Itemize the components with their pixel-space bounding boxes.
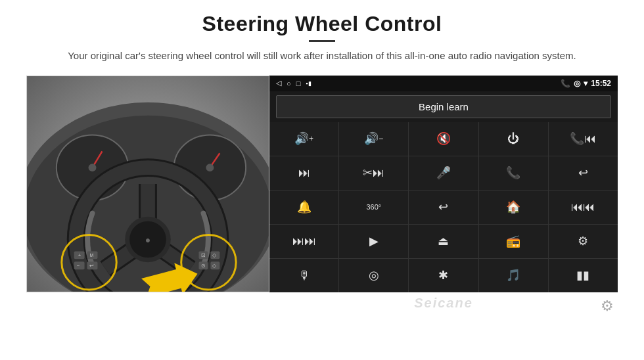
begin-learn-row: Begin learn	[269, 91, 618, 122]
svg-text:−: −	[77, 263, 80, 269]
svg-text:◇: ◇	[212, 252, 217, 258]
content-area: ● + M − ↩ ⊡ ◇	[26, 76, 618, 292]
svg-point-9	[206, 164, 214, 171]
phone-status-icon: 📞	[561, 79, 570, 88]
ctrl-prev-call[interactable]: 📞⏮	[549, 122, 618, 156]
svg-text:↩: ↩	[89, 263, 94, 269]
settings-gear-icon[interactable]: ⚙	[601, 298, 614, 315]
ctrl-mic[interactable]: 🎤	[409, 156, 478, 190]
ctrl-voice[interactable]: 🎙	[269, 259, 338, 292]
ctrl-back[interactable]: ↩	[409, 191, 478, 224]
ctrl-equalizer[interactable]: ▮▮	[549, 259, 618, 292]
svg-text:◇: ◇	[212, 263, 217, 269]
ctrl-vol-down[interactable]: 🔊−	[339, 122, 408, 156]
ctrl-bluetooth[interactable]: ✱	[409, 259, 478, 292]
svg-text:⊡: ⊡	[202, 252, 206, 258]
ctrl-call[interactable]: 📞	[479, 156, 548, 190]
back-nav-icon[interactable]: ◁	[276, 79, 281, 87]
title-divider	[309, 40, 335, 42]
seicane-watermark: Seicane	[414, 296, 473, 311]
ctrl-360cam[interactable]: 360°	[339, 191, 408, 224]
ctrl-ffwd[interactable]: ✂⏭	[339, 156, 408, 190]
ctrl-next-track[interactable]: ⏭	[269, 156, 338, 190]
ctrl-nav[interactable]: ▶	[339, 225, 408, 258]
sd-icon: ▪▮	[306, 80, 311, 87]
page-container: Steering Wheel Control Your original car…	[0, 0, 644, 360]
location-status-icon: ◎	[574, 79, 580, 88]
svg-text:M: M	[90, 253, 94, 258]
ctrl-horn[interactable]: 🔔	[269, 191, 338, 224]
svg-point-7	[89, 164, 97, 171]
ctrl-music[interactable]: 🎵	[479, 259, 548, 292]
page-title: Steering Wheel Control	[68, 12, 576, 36]
ctrl-mute[interactable]: 🔇	[409, 122, 478, 156]
ctrl-circle[interactable]: ◎	[339, 259, 408, 292]
status-right: 📞 ◎ ▾ 15:52	[561, 79, 611, 88]
begin-learn-button[interactable]: Begin learn	[276, 95, 611, 118]
android-screen: ◁ ○ □ ▪▮ 📞 ◎ ▾ 15:52 Begin learn	[269, 76, 618, 292]
svg-text:●: ●	[145, 235, 150, 245]
wifi-status-icon: ▾	[584, 79, 587, 88]
ctrl-vol-up[interactable]: 🔊+	[269, 122, 338, 156]
home-nav-icon[interactable]: ○	[287, 79, 291, 87]
car-image: ● + M − ↩ ⊡ ◇	[26, 76, 269, 292]
svg-text:⊙: ⊙	[202, 263, 206, 269]
ctrl-skip[interactable]: ⏭⏭	[269, 225, 338, 258]
ctrl-radio[interactable]: 📻	[479, 225, 548, 258]
controls-grid: 🔊+ 🔊− 🔇 ⏻ 📞⏮ ⏭ ✂⏭ 🎤 📞 ↩ 🔔 360° ↩ 🏠	[269, 122, 618, 292]
android-ui: ◁ ○ □ ▪▮ 📞 ◎ ▾ 15:52 Begin learn	[269, 76, 618, 292]
ctrl-eject[interactable]: ⏏	[409, 225, 478, 258]
svg-text:+: +	[78, 252, 81, 258]
recents-nav-icon[interactable]: □	[296, 79, 301, 87]
status-bar: ◁ ○ □ ▪▮ 📞 ◎ ▾ 15:52	[269, 76, 618, 91]
status-left: ◁ ○ □ ▪▮	[276, 79, 311, 87]
ctrl-power[interactable]: ⏻	[479, 122, 548, 156]
subtitle: Your original car's steering wheel contr…	[68, 49, 576, 64]
ctrl-settings-grid[interactable]: ⚙	[549, 225, 618, 258]
ctrl-prev-prev[interactable]: ⏮⏮	[549, 191, 618, 224]
ctrl-home[interactable]: 🏠	[479, 191, 548, 224]
title-section: Steering Wheel Control Your original car…	[68, 12, 576, 72]
clock: 15:52	[591, 79, 611, 88]
ctrl-hangup[interactable]: ↩	[549, 156, 618, 190]
